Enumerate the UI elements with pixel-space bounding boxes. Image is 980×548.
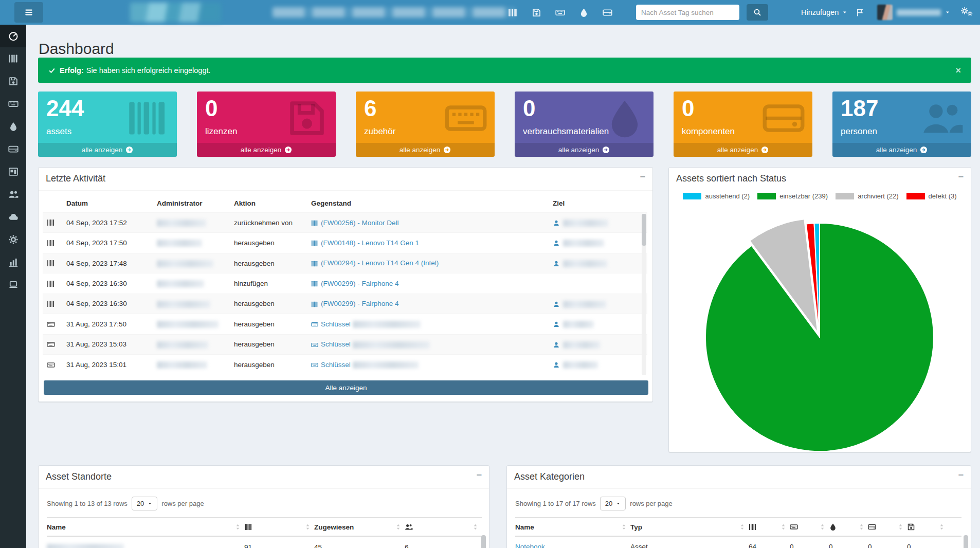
rows-per-page-dropdown[interactable]: 20	[600, 497, 626, 510]
activity-action: hinzufügen	[230, 273, 307, 294]
add-dropdown[interactable]: Hinzufügen	[801, 0, 847, 25]
barcode-icon	[244, 523, 252, 531]
table-column-header[interactable]	[405, 518, 482, 537]
activity-column-header[interactable]: Gegenstand	[307, 194, 549, 213]
app-logo[interactable]	[130, 3, 221, 22]
activity-item-link[interactable]: (FW00294) - Lenovo T14 Gen 4 (Intel)	[311, 259, 439, 267]
droplet-icon	[603, 97, 646, 140]
activity-date: 31 Aug, 2023 15:01	[62, 355, 153, 375]
collapse-icon[interactable]: −	[476, 470, 482, 481]
stat-view-all-link[interactable]: alle anzeigen	[38, 143, 177, 157]
keyboard-icon	[790, 523, 798, 531]
flag-menu-button[interactable]	[856, 8, 864, 17]
card-header: Asset Kategorien −	[507, 466, 971, 489]
stat-view-all-link[interactable]: alle anzeigen	[674, 143, 812, 157]
redacted-admin	[157, 321, 219, 328]
activity-column-header[interactable]: Administrator	[153, 194, 230, 213]
keyboard-icon	[311, 321, 318, 328]
stat-view-all-link[interactable]: alle anzeigen	[197, 143, 336, 157]
collapse-icon[interactable]: −	[958, 470, 964, 481]
activity-row: 31 Aug, 2023 15:03herausgebenSchlüssel	[43, 334, 647, 354]
table-column-header[interactable]: Zugewiesen	[314, 518, 405, 537]
activity-row: 04 Sep, 2023 17:50herausgeben(FW00148) -…	[43, 233, 647, 253]
category-link[interactable]: Notebook	[515, 543, 545, 548]
stat-view-all-link[interactable]: alle anzeigen	[356, 143, 495, 157]
activity-item-link[interactable]: (FW00148) - Lenovo T14 Gen 1	[311, 239, 419, 247]
users-icon	[8, 189, 19, 199]
table-cell: Asset	[630, 536, 749, 548]
page-title: Dashboard	[39, 40, 114, 58]
quick-create-barcode-button[interactable]	[508, 7, 518, 17]
pagination-summary: Showing 1 to 13 of 13 rows 20 rows per p…	[47, 497, 204, 510]
table-column-header[interactable]	[244, 518, 314, 537]
view-all-button[interactable]: Alle anzeigen	[44, 380, 648, 395]
quick-create-floppy-button[interactable]	[532, 7, 541, 17]
activity-item-link[interactable]: (FW00299) - Fairphone 4	[311, 300, 399, 307]
table-column-header[interactable]: Name	[47, 518, 244, 537]
activity-item-link[interactable]: Schlüssel	[311, 361, 351, 369]
close-icon[interactable]: ×	[955, 66, 961, 75]
sidebar-item-reports[interactable]	[0, 251, 26, 273]
activity-column-header[interactable]: Aktion	[230, 194, 307, 213]
activity-item-link[interactable]: Schlüssel	[311, 340, 351, 348]
user-icon	[553, 240, 560, 247]
item-label: Schlüssel	[321, 361, 351, 369]
sidebar-item-requestable[interactable]	[0, 273, 26, 296]
scrollbar-thumb[interactable]	[964, 535, 968, 548]
sidebar-item-kits[interactable]	[0, 160, 26, 183]
tachometer-icon	[8, 31, 19, 41]
activity-column-header[interactable]: Datum	[62, 194, 153, 213]
user-icon	[553, 220, 560, 227]
quick-create-hdd-button[interactable]	[603, 7, 612, 17]
sidebar-item-settings[interactable]	[0, 228, 26, 251]
activity-item-link[interactable]: (FW00256) - Monitor Dell	[311, 219, 399, 227]
barcode-icon	[47, 280, 55, 288]
collapse-icon[interactable]: −	[640, 172, 645, 182]
user-icon	[553, 341, 560, 349]
sidebar-item-manage[interactable]	[0, 206, 26, 228]
sidebar-item-people[interactable]	[0, 183, 26, 206]
activity-item-link[interactable]: (FW00299) - Fairphone 4	[311, 280, 399, 287]
table-column-header[interactable]	[790, 518, 829, 537]
sidebar-item-dashboard[interactable]	[0, 25, 26, 47]
search-input[interactable]	[636, 5, 739, 20]
keyboard-icon	[311, 341, 318, 349]
stat-view-all-link[interactable]: alle anzeigen	[832, 143, 971, 157]
sidebar-item-assets[interactable]	[0, 47, 26, 70]
arrowc-icon	[125, 146, 133, 154]
sidebar-item-consumables[interactable]	[0, 115, 26, 138]
sidebar-toggle-button[interactable]	[14, 2, 43, 23]
activity-action: herausgeben	[230, 314, 307, 334]
user-icon	[553, 321, 560, 328]
sidebar-item-components[interactable]	[0, 138, 26, 160]
stat-card-assets: 244assetsalle anzeigen	[38, 92, 177, 157]
activity-column-header[interactable]: Ziel	[549, 194, 647, 213]
settings-menu-button[interactable]	[960, 6, 976, 19]
table-column-header[interactable]: Typ	[630, 518, 749, 537]
item-label: (FW00299) - Fairphone 4	[321, 300, 399, 307]
table-column-header[interactable]	[907, 518, 948, 537]
item-label: (FW00294) - Lenovo T14 Gen 4 (Intel)	[321, 259, 439, 267]
status-pie-chart[interactable]	[669, 168, 972, 453]
table-column-header[interactable]	[829, 518, 868, 537]
stat-card-verbrauchsmaterialien: 0verbrauchsmaterialienalle anzeigen	[515, 92, 654, 157]
sidebar-item-accessories[interactable]	[0, 93, 26, 115]
rows-per-page-dropdown[interactable]: 20	[132, 497, 157, 510]
view-all-label: alle anzeigen	[876, 146, 917, 154]
hdd-icon	[8, 144, 19, 154]
table-column-header[interactable]	[749, 518, 790, 537]
assets-by-status-card: Assets sortiert nach Status − ausstehend…	[668, 167, 971, 452]
table-column-header[interactable]	[868, 518, 907, 537]
search-button[interactable]	[747, 4, 768, 21]
scrollbar-thumb[interactable]	[481, 535, 486, 548]
quick-create-droplet-button[interactable]	[579, 7, 589, 17]
sidebar-item-licenses[interactable]	[0, 70, 26, 93]
table-column-header[interactable]: Name	[515, 518, 630, 537]
hdd-icon	[603, 8, 612, 17]
activity-item-link[interactable]: Schlüssel	[311, 320, 351, 328]
scrollbar-thumb[interactable]	[642, 214, 646, 246]
activity-row: 04 Sep, 2023 17:52zurücknehmen von(FW002…	[43, 213, 647, 233]
stat-view-all-link[interactable]: alle anzeigen	[515, 143, 654, 157]
user-menu[interactable]	[877, 0, 950, 25]
quick-create-keyboard-button[interactable]	[555, 7, 565, 17]
